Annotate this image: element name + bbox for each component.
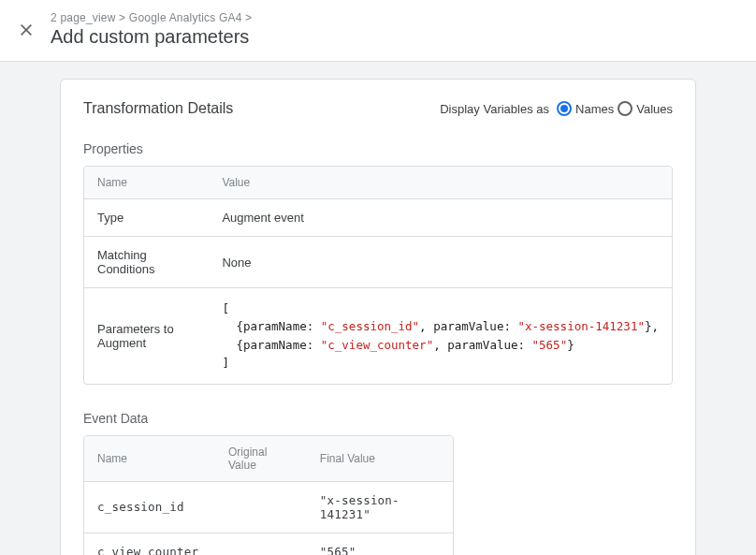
breadcrumb[interactable]: 2 page_view > Google Analytics GA4 > bbox=[51, 11, 737, 24]
prop-value: Augment event bbox=[209, 199, 672, 237]
page-header: 2 page_view > Google Analytics GA4 > Add… bbox=[0, 0, 756, 62]
prop-value: [ {paramName: "c_session_id", paramValue… bbox=[209, 288, 672, 384]
col-original: Original Value bbox=[215, 436, 307, 482]
event-data-label: Event Data bbox=[83, 411, 673, 426]
radio-values-label: Values bbox=[636, 102, 673, 116]
event-original bbox=[215, 533, 307, 556]
col-value: Value bbox=[209, 167, 672, 199]
content-area: Transformation Details Display Variables… bbox=[0, 62, 756, 555]
augment-code: [ {paramName: "c_session_id", paramValue… bbox=[222, 299, 659, 372]
page-title: Add custom parameters bbox=[51, 26, 737, 48]
table-row: Parameters to Augment [ {paramName: "c_s… bbox=[84, 288, 672, 384]
radio-values[interactable]: Values bbox=[618, 101, 673, 116]
radio-icon bbox=[557, 101, 572, 116]
display-variables-toggle: Display Variables as Names Values bbox=[440, 101, 673, 116]
prop-name: Matching Conditions bbox=[84, 237, 209, 288]
transformation-details-card: Transformation Details Display Variables… bbox=[60, 79, 696, 555]
properties-label: Properties bbox=[83, 141, 673, 156]
col-name: Name bbox=[84, 436, 215, 482]
card-title: Transformation Details bbox=[83, 100, 233, 117]
radio-icon bbox=[618, 101, 632, 116]
prop-value: None bbox=[209, 237, 672, 288]
event-final: "565" bbox=[307, 533, 453, 556]
properties-table: Name Value Type Augment event Matching C… bbox=[83, 166, 673, 385]
radio-names-label: Names bbox=[575, 102, 614, 116]
table-row: c_view_counter "565" bbox=[84, 533, 453, 556]
table-row: Matching Conditions None bbox=[84, 237, 672, 288]
radio-names[interactable]: Names bbox=[557, 101, 614, 116]
table-row: c_session_id "x-session-141231" bbox=[84, 482, 453, 533]
event-data-table: Name Original Value Final Value c_sessio… bbox=[83, 435, 454, 556]
event-final: "x-session-141231" bbox=[307, 482, 453, 533]
col-name: Name bbox=[84, 167, 209, 199]
col-final: Final Value bbox=[307, 436, 453, 482]
prop-name: Type bbox=[84, 199, 209, 237]
display-variables-label: Display Variables as bbox=[440, 102, 549, 116]
event-original bbox=[215, 482, 307, 533]
event-name: c_view_counter bbox=[84, 533, 215, 556]
table-row: Type Augment event bbox=[84, 199, 672, 237]
close-icon[interactable] bbox=[19, 22, 34, 40]
prop-name: Parameters to Augment bbox=[84, 288, 209, 384]
event-name: c_session_id bbox=[84, 482, 215, 533]
